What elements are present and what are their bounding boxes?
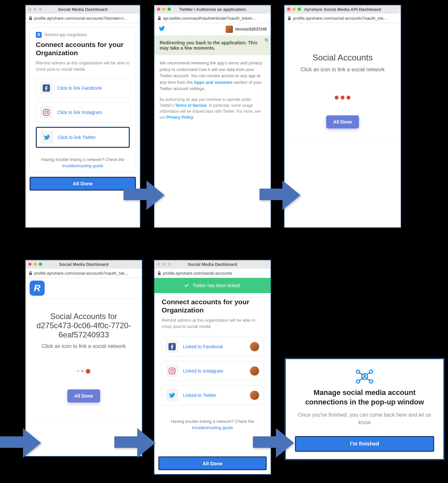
toast-text: Twitter has been linked. <box>192 283 241 288</box>
remind-row: R Remind app integrations <box>36 32 130 38</box>
tos-link[interactable]: Terms of Service <box>175 103 207 108</box>
svg-point-2 <box>45 111 48 114</box>
min-dot[interactable] <box>292 8 296 11</box>
link-facebook-row[interactable]: Click to link Facebook <box>36 78 130 98</box>
trouble-text: Having trouble linking a network? Check … <box>162 418 263 431</box>
close-dot[interactable] <box>287 8 290 11</box>
window-title: Social Media Dashboard <box>28 7 137 12</box>
content: Veronic52037249 Redirecting you back to … <box>154 23 271 227</box>
apps-sessions-link[interactable]: Apps and sessions <box>194 80 233 85</box>
remind-label: Remind app integrations <box>44 33 87 37</box>
avatar-icon <box>250 366 259 376</box>
max-dot[interactable] <box>168 8 171 11</box>
min-dot[interactable] <box>162 8 166 11</box>
close-dot[interactable] <box>157 8 160 11</box>
link-instagram-label: Click to link Instagram <box>57 110 102 115</box>
urlbar: profile.ayrshare.com/social-accounts <box>154 268 271 278</box>
authorize-text: By authorizing an app you continue to op… <box>154 97 271 125</box>
privacy-link[interactable]: Privacy Policy <box>167 115 193 120</box>
linked-instagram-row[interactable]: Linked to Instagram <box>162 361 263 381</box>
titlebar: Twitter / Authorize an application <box>154 5 271 13</box>
svg-rect-5 <box>169 368 175 374</box>
svg-line-14 <box>367 373 370 375</box>
url-text: profile.ayrshare.com/social-accounts <box>163 271 232 276</box>
facebook-icon <box>166 340 178 353</box>
window-title: Ayrshare Social Media API Dashboard <box>287 7 398 12</box>
svg-point-12 <box>370 380 373 383</box>
avatar-icon <box>250 342 259 351</box>
recommendation-text: We recommend reviewing the app's terms a… <box>154 55 271 97</box>
max-dot[interactable] <box>298 8 301 11</box>
heading: Social Accounts <box>306 53 379 63</box>
titlebar: Social Media Dashboard <box>26 260 142 268</box>
network-icon <box>355 369 374 384</box>
linked-instagram-label: Linked to Instagram <box>183 368 223 374</box>
troubleshooting-link[interactable]: troubleshooting guide <box>192 425 233 430</box>
arrow-icon <box>259 179 302 212</box>
window-title: Social Media Dashboard <box>157 262 268 267</box>
instagram-icon <box>40 106 53 119</box>
content: R Remind app integrations Connect accoun… <box>26 23 140 227</box>
close-dot[interactable] <box>28 263 32 266</box>
traffic-lights <box>157 8 171 11</box>
lock-icon <box>158 271 161 275</box>
username-block[interactable]: Veronic52037249 <box>226 26 267 33</box>
titlebar: Social Media Dashboard <box>154 260 271 268</box>
finish-modal: Manage social media account connections … <box>284 358 445 460</box>
all-done-button[interactable]: All Done <box>158 456 267 470</box>
max-dot[interactable] <box>39 263 42 266</box>
avatar-icon <box>226 26 233 33</box>
url-text: profile.ayrshare.com/social-accounts?dom… <box>34 16 127 21</box>
redirect-banner: Redirecting you back to the application.… <box>154 35 271 55</box>
troubleshooting-link[interactable]: troubleshooting guide <box>62 163 103 168</box>
svg-point-11 <box>356 380 360 383</box>
max-dot[interactable] <box>39 8 42 11</box>
link-instagram-row[interactable]: Click to link Instagram <box>36 103 130 122</box>
check-icon <box>184 283 189 289</box>
all-done-button[interactable]: All Done <box>326 115 359 128</box>
subheading: Remind admins at this organization will … <box>36 60 130 72</box>
modal-sub: Once you've finished, you can come back … <box>295 411 434 426</box>
min-dot[interactable] <box>34 8 37 11</box>
linked-twitter-row[interactable]: Linked to Twitter <box>162 385 263 405</box>
close-dot[interactable] <box>157 263 160 266</box>
min-dot[interactable] <box>34 263 37 266</box>
heading: Connect accounts for your Organization <box>36 40 130 57</box>
trouble-text: Having trouble linking a network? Check … <box>36 156 130 169</box>
traffic-lights <box>157 263 171 266</box>
urlbar: profile.ayrshare.com/social-accounts?oau… <box>284 13 401 23</box>
username: Veronic52037249 <box>235 27 267 32</box>
linked-facebook-row[interactable]: Linked to Facebook <box>162 337 263 356</box>
modal-heading: Manage social media account connections … <box>295 388 434 407</box>
success-toast: Twitter has been linked. <box>154 278 271 293</box>
link-facebook-label: Click to link Facebook <box>57 85 102 91</box>
all-done-button[interactable]: All Done <box>30 177 136 191</box>
all-done-button[interactable]: All Done <box>67 389 101 402</box>
max-dot[interactable] <box>168 263 171 266</box>
svg-point-3 <box>48 110 48 111</box>
remind-icon: R <box>36 32 42 38</box>
avatar-icon <box>250 391 259 400</box>
lock-icon <box>29 271 32 275</box>
instagram-icon <box>166 365 178 377</box>
svg-point-10 <box>370 370 373 373</box>
heading: Social Accounts for d275c473-0c06-4f0c-7… <box>26 312 142 339</box>
close-dot[interactable] <box>28 8 32 11</box>
im-finished-button[interactable]: I'm finished <box>295 436 434 452</box>
remind-logo-icon: R <box>30 281 45 296</box>
twitter-icon <box>166 389 178 402</box>
url-text: api.twitter.com/oauth/authenticate?oauth… <box>163 16 256 21</box>
linked-facebook-label: Linked to Facebook <box>183 344 223 349</box>
min-dot[interactable] <box>162 263 166 266</box>
url-text: profile.ayrshare.com/social-accounts?oau… <box>34 271 128 276</box>
subheading: Click an icon to link a social network <box>294 67 391 73</box>
titlebar: Social Media Dashboard <box>26 5 140 13</box>
close-icon[interactable]: ↻ <box>265 37 269 43</box>
lock-icon <box>288 16 291 20</box>
urlbar: api.twitter.com/oauth/authenticate?oauth… <box>154 13 271 23</box>
twitter-icon <box>158 25 166 34</box>
link-twitter-row[interactable]: Click to link Twitter <box>36 127 130 148</box>
arrow-icon <box>114 426 157 459</box>
svg-point-17 <box>364 375 366 377</box>
svg-rect-1 <box>43 109 49 115</box>
